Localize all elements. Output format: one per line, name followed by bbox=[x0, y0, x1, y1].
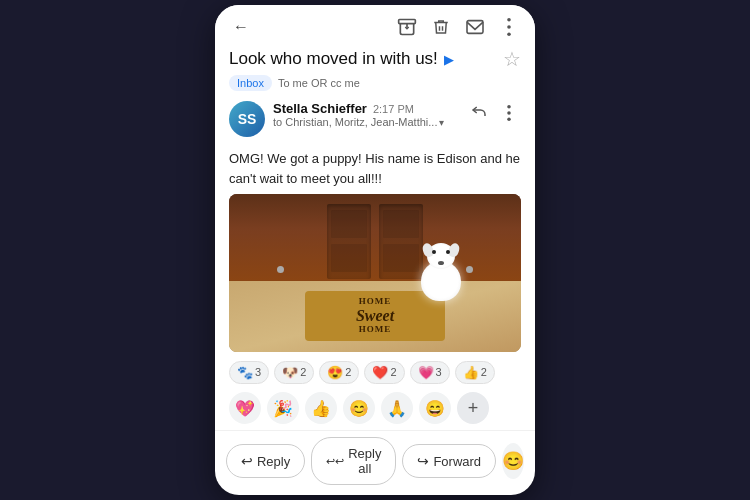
sender-to[interactable]: to Christian, Moritz, Jean-Matthi... ▾ bbox=[273, 116, 459, 128]
sender-actions bbox=[467, 101, 521, 125]
sender-info: Stella Schieffer 2:17 PM to Christian, M… bbox=[273, 101, 459, 128]
reply-all-label: Reply all bbox=[348, 446, 381, 476]
reaction-emoji-4: 💗 bbox=[418, 365, 434, 380]
email-image: HOME Sweet HOME bbox=[229, 194, 521, 352]
scroll-area: SS Stella Schieffer 2:17 PM to Christian… bbox=[215, 97, 535, 430]
quick-emoji-3[interactable]: 😊 bbox=[343, 392, 375, 424]
quick-emoji-2[interactable]: 👍 bbox=[305, 392, 337, 424]
svg-point-7 bbox=[507, 117, 511, 121]
subject-arrow: ▶ bbox=[444, 52, 454, 67]
more-button[interactable] bbox=[497, 15, 521, 39]
star-button[interactable]: ☆ bbox=[503, 47, 521, 71]
quick-emoji-0[interactable]: 💖 bbox=[229, 392, 261, 424]
reply-all-button[interactable]: ↩↩ Reply all bbox=[311, 437, 396, 485]
reaction-count-5: 2 bbox=[481, 366, 487, 378]
forward-button[interactable]: ↪ Forward bbox=[402, 444, 496, 478]
subject-text: Look who moved in with us! bbox=[229, 49, 438, 69]
email-time: 2:17 PM bbox=[373, 103, 414, 115]
reaction-0[interactable]: 🐾 3 bbox=[229, 361, 269, 384]
svg-rect-1 bbox=[467, 21, 483, 34]
action-bar: ↩ Reply ↩↩ Reply all ↪ Forward 😊 bbox=[215, 430, 535, 495]
inbox-tag[interactable]: Inbox bbox=[229, 75, 272, 91]
reaction-emoji-3: ❤️ bbox=[372, 365, 388, 380]
mail-button[interactable] bbox=[463, 15, 487, 39]
expand-recipients-icon[interactable]: ▾ bbox=[439, 117, 444, 128]
reaction-emoji-1: 🐶 bbox=[282, 365, 298, 380]
reaction-1[interactable]: 🐶 2 bbox=[274, 361, 314, 384]
quick-emoji-5[interactable]: 😄 bbox=[419, 392, 451, 424]
reaction-count-0: 3 bbox=[255, 366, 261, 378]
quick-emoji-1[interactable]: 🎉 bbox=[267, 392, 299, 424]
reactions-row: 🐾 3 🐶 2 😍 2 ❤️ 2 💗 3 👍 2 bbox=[215, 356, 535, 389]
svg-rect-0 bbox=[399, 20, 416, 24]
more-sender-button[interactable] bbox=[497, 101, 521, 125]
reaction-count-4: 3 bbox=[436, 366, 442, 378]
reaction-count-2: 2 bbox=[345, 366, 351, 378]
reply-icon: ↩ bbox=[241, 453, 253, 469]
sender-name: Stella Schieffer bbox=[273, 101, 367, 116]
reply-all-icon: ↩↩ bbox=[326, 455, 344, 468]
archive-button[interactable] bbox=[395, 15, 419, 39]
svg-point-4 bbox=[507, 32, 511, 36]
svg-point-3 bbox=[507, 25, 511, 29]
forward-label: Forward bbox=[433, 454, 481, 469]
top-bar: ← bbox=[215, 5, 535, 45]
smiley-icon: 😊 bbox=[502, 450, 524, 472]
reply-button-header[interactable] bbox=[467, 101, 491, 125]
sender-avatar: SS bbox=[229, 101, 265, 137]
reaction-3[interactable]: ❤️ 2 bbox=[364, 361, 404, 384]
reaction-emoji-2: 😍 bbox=[327, 365, 343, 380]
email-subject-row: Look who moved in with us! ▶ ☆ bbox=[215, 45, 535, 75]
reaction-emoji-0: 🐾 bbox=[237, 365, 253, 380]
add-emoji-button[interactable]: + bbox=[457, 392, 489, 424]
phone-frame: ← bbox=[215, 5, 535, 495]
reaction-count-3: 2 bbox=[390, 366, 396, 378]
sender-row: SS Stella Schieffer 2:17 PM to Christian… bbox=[215, 97, 535, 143]
reaction-emoji-5: 👍 bbox=[463, 365, 479, 380]
svg-point-2 bbox=[507, 18, 511, 22]
emoji-quick-row: 💖 🎉 👍 😊 🙏 😄 + bbox=[215, 389, 535, 431]
emoji-reaction-button[interactable]: 😊 bbox=[502, 443, 524, 479]
back-button[interactable]: ← bbox=[229, 15, 253, 39]
svg-point-5 bbox=[507, 105, 511, 109]
reply-label: Reply bbox=[257, 454, 290, 469]
svg-point-6 bbox=[507, 111, 511, 115]
reaction-4[interactable]: 💗 3 bbox=[410, 361, 450, 384]
quick-emoji-4[interactable]: 🙏 bbox=[381, 392, 413, 424]
reaction-count-1: 2 bbox=[300, 366, 306, 378]
email-body: OMG! We got a puppy! His name is Edison … bbox=[215, 143, 535, 194]
cc-tag: To me OR cc me bbox=[278, 77, 360, 89]
trash-button[interactable] bbox=[429, 15, 453, 39]
reply-button[interactable]: ↩ Reply bbox=[226, 444, 305, 478]
reaction-5[interactable]: 👍 2 bbox=[455, 361, 495, 384]
reaction-2[interactable]: 😍 2 bbox=[319, 361, 359, 384]
forward-icon: ↪ bbox=[417, 453, 429, 469]
email-subject: Look who moved in with us! ▶ bbox=[229, 49, 503, 69]
tag-row: Inbox To me OR cc me bbox=[215, 75, 535, 97]
